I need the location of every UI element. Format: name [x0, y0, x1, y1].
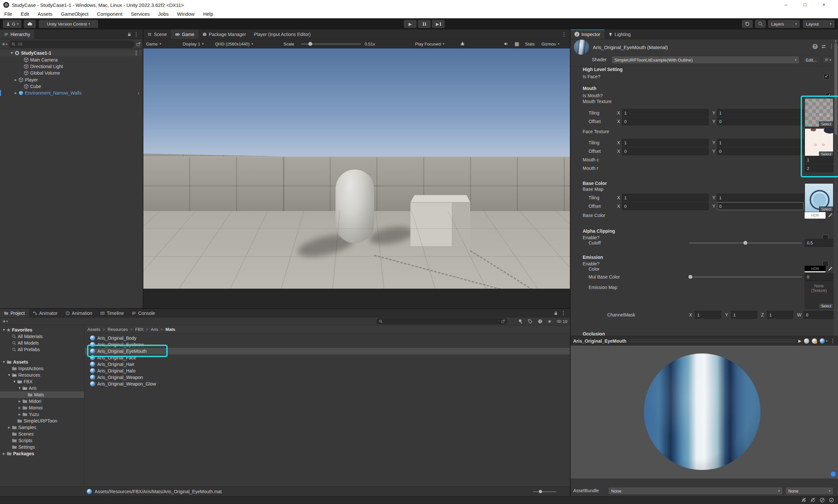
- face-tiling-x-input[interactable]: [622, 139, 709, 147]
- search-by-label-icon[interactable]: [528, 319, 533, 324]
- preview-info-dot-icon[interactable]: [831, 471, 836, 477]
- stats-button[interactable]: Stats: [525, 39, 535, 49]
- face-tiling-y-input[interactable]: [717, 139, 804, 147]
- eyedropper-icon[interactable]: [827, 266, 833, 272]
- tab-timeline[interactable]: Timeline: [96, 309, 128, 317]
- base-color-swatch[interactable]: HDR: [805, 212, 825, 219]
- base-tiling-x-input[interactable]: [622, 194, 709, 202]
- help-icon[interactable]: ?: [813, 44, 818, 49]
- channel-mask-z-input[interactable]: [767, 311, 793, 319]
- tab-package-manager[interactable]: Package Manager: [198, 30, 250, 39]
- file-aris-original-face[interactable]: Aris_Original_Face: [85, 355, 570, 361]
- emission-color-swatch[interactable]: HDR: [805, 266, 825, 272]
- cache-disconnected-icon[interactable]: [820, 498, 825, 503]
- thumbnail-size-slider[interactable]: [533, 491, 556, 492]
- favorite-all-models[interactable]: All Models: [0, 340, 84, 346]
- expand-icon[interactable]: ▶: [1, 452, 6, 455]
- shader-edit-button[interactable]: Edit...: [802, 56, 820, 64]
- display-mode-dropdown[interactable]: Game▾: [146, 39, 161, 49]
- expand-icon[interactable]: ▶: [17, 400, 22, 403]
- mouth-c-input[interactable]: [805, 156, 834, 164]
- preview-play-icon[interactable]: ▶: [798, 338, 801, 343]
- frame-debugger-icon[interactable]: [460, 41, 465, 47]
- prefab-open-chevron[interactable]: ›: [138, 90, 140, 95]
- tab-scene[interactable]: Scene: [143, 30, 171, 39]
- favorite-all-materials[interactable]: All Materials: [0, 333, 84, 340]
- search-picker-icon[interactable]: [501, 320, 505, 323]
- create-asset-button[interactable]: +▾: [3, 318, 8, 325]
- preview-header[interactable]: Aris_Original_EyeMouth ▶ ▾ ⋮: [571, 336, 838, 346]
- lock-icon[interactable]: [127, 32, 131, 37]
- tab-animation[interactable]: Animation: [61, 309, 96, 317]
- mouth-texture-thumbnail[interactable]: Select: [805, 98, 834, 127]
- file-aris-original-weapon-glow[interactable]: Aris_Original_Weapon_Glow: [85, 381, 570, 387]
- channel-mask-y-input[interactable]: [731, 311, 757, 319]
- foldout-icon[interactable]: ▼: [9, 51, 14, 55]
- preview-drag-handle[interactable]: [629, 340, 796, 342]
- tab-inspector[interactable]: i Inspector: [571, 30, 604, 39]
- preview-model-dropdown[interactable]: ▾: [820, 338, 827, 344]
- channel-mask-x-input[interactable]: [695, 311, 721, 319]
- mute-audio-icon[interactable]: [503, 41, 509, 47]
- tab-hierarchy[interactable]: Hierarchy: [0, 30, 34, 39]
- tab-project[interactable]: Project: [0, 309, 29, 317]
- hierarchy-search-input[interactable]: [17, 41, 132, 47]
- tree-item-momoi[interactable]: ▶ Momoi: [0, 404, 84, 411]
- refresh-disabled-icon[interactable]: [810, 498, 816, 503]
- play-button[interactable]: ▶: [404, 20, 417, 28]
- tree-item-aris[interactable]: ▼ Aris: [0, 385, 84, 392]
- file-aris-original-body[interactable]: Aris_Original_Body: [85, 335, 570, 341]
- gizmos-dropdown[interactable]: Gizmos▾: [541, 39, 559, 49]
- search-everywhere-button[interactable]: [755, 20, 766, 28]
- face-texture-thumbnail[interactable]: Select: [805, 128, 834, 157]
- tree-item-inputactions[interactable]: InputActions: [0, 365, 84, 372]
- vsync-grid-icon[interactable]: ▦: [515, 41, 519, 47]
- hidden-packages-icon[interactable]: [537, 319, 543, 324]
- menu-edit[interactable]: Edit: [16, 10, 33, 18]
- menu-assets[interactable]: Assets: [33, 10, 57, 18]
- tab-animator[interactable]: Animator: [29, 309, 61, 317]
- undo-history-button[interactable]: [742, 20, 753, 28]
- file-aris-original-weapon[interactable]: Aris_Original_Weapon: [85, 374, 570, 381]
- expand-icon[interactable]: ▶: [13, 78, 18, 82]
- version-control-dropdown[interactable]: Unity Version Control▾: [39, 20, 98, 28]
- cutoff-input[interactable]: [805, 239, 834, 247]
- cutoff-slider-thumb[interactable]: [743, 241, 747, 245]
- search-by-type-icon[interactable]: [518, 319, 523, 324]
- project-search-field[interactable]: [376, 318, 507, 324]
- material-menu-icon[interactable]: ⋮: [829, 43, 834, 49]
- face-offset-y-input[interactable]: [717, 147, 804, 155]
- hierarchy-item-global-volume[interactable]: Global Volume: [0, 70, 143, 76]
- mouth-tiling-x-input[interactable]: [622, 109, 709, 117]
- expand-icon[interactable]: ▶: [6, 426, 12, 429]
- menu-window[interactable]: Window: [173, 10, 199, 18]
- tab-player-input-actions[interactable]: Player (Input Actions Editor): [250, 30, 315, 39]
- tree-item-mats-selected[interactable]: Mats: [0, 392, 84, 398]
- layout-dropdown[interactable]: Layout▾: [803, 20, 835, 28]
- resolution-dropdown[interactable]: QHD (2560x1440)▾: [215, 39, 253, 49]
- expand-icon[interactable]: ▶: [13, 91, 18, 94]
- scene-menu-icon[interactable]: ⋮: [133, 50, 139, 56]
- base-offset-y-input[interactable]: [717, 202, 804, 210]
- breadcrumb-fbx[interactable]: FBX: [135, 327, 143, 332]
- tree-item-fbx[interactable]: ▼ FBX: [0, 378, 84, 385]
- is-face-checkbox[interactable]: [824, 74, 830, 79]
- mouth-offset-x-input[interactable]: [622, 118, 709, 125]
- menu-gameobject[interactable]: GameObject: [57, 10, 93, 18]
- game-render-viewport[interactable]: [143, 49, 570, 289]
- shader-dropdown[interactable]: SimpleURPToonLitExample(With Outline)▾: [611, 56, 799, 64]
- project-search-input[interactable]: [384, 319, 500, 324]
- hierarchy-menu-icon[interactable]: ⋮: [133, 32, 139, 37]
- hierarchy-item-cube[interactable]: Cube: [0, 83, 143, 90]
- emission-map-select-button[interactable]: Select: [819, 303, 833, 309]
- file-aris-original-halo[interactable]: Aris_Original_Halo: [85, 367, 570, 374]
- presets-icon[interactable]: [821, 44, 826, 49]
- scroll-up-icon[interactable]: ▲: [834, 39, 837, 42]
- scrollbar-thumb[interactable]: [834, 43, 837, 135]
- tree-item-resources[interactable]: ▼ Resources: [0, 372, 84, 378]
- menu-services[interactable]: Services: [127, 10, 154, 18]
- tree-item-samples[interactable]: ▶ Samples: [0, 424, 84, 431]
- scale-slider-thumb[interactable]: [308, 42, 312, 46]
- favorites-star-icon[interactable]: ★: [547, 319, 552, 324]
- tree-item-scripts[interactable]: Scripts: [0, 437, 84, 444]
